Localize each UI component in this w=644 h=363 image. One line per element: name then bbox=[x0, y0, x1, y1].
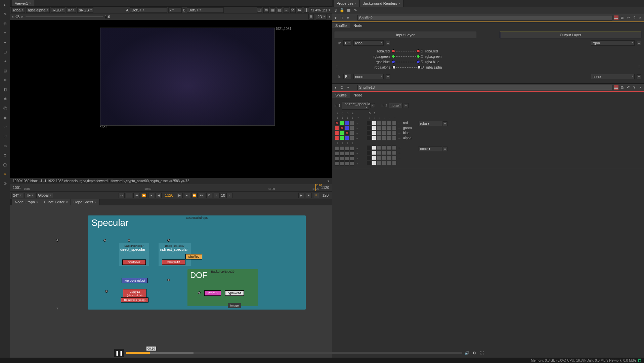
clip-icon[interactable]: ▢ bbox=[257, 7, 262, 13]
node-copy[interactable]: Copy13 (alpha→alpha) bbox=[123, 289, 146, 298]
grid-cell[interactable] bbox=[372, 121, 376, 125]
grid-cell[interactable] bbox=[335, 161, 339, 166]
equals-button[interactable]: = bbox=[443, 121, 447, 126]
grid-cell[interactable] bbox=[350, 161, 354, 166]
target-icon[interactable]: ◎ bbox=[2, 20, 8, 27]
grid-cell[interactable] bbox=[392, 136, 396, 140]
step-fwd-button[interactable]: ▸ bbox=[184, 193, 190, 198]
edit-icon[interactable]: ✎ bbox=[353, 8, 358, 13]
current-frame[interactable]: 1120 bbox=[163, 193, 175, 197]
channel-select-alpha[interactable]: rgba.alpha bbox=[26, 7, 50, 13]
close-icon[interactable]: × bbox=[398, 2, 400, 5]
grid-cell[interactable] bbox=[367, 151, 371, 155]
cache-icon[interactable]: ⬇ bbox=[313, 193, 319, 198]
grid-cell[interactable] bbox=[335, 131, 339, 135]
grid-cell[interactable] bbox=[372, 161, 376, 165]
grid-cell[interactable] bbox=[382, 161, 386, 165]
pen-icon[interactable]: ✎ bbox=[2, 11, 8, 17]
grid-cell[interactable] bbox=[387, 156, 391, 160]
global-select[interactable]: Global bbox=[36, 193, 53, 198]
grid-cell[interactable] bbox=[335, 151, 339, 156]
display-icon[interactable]: ▭ bbox=[263, 7, 269, 13]
grid-cell[interactable] bbox=[382, 121, 386, 125]
io-fwd-button[interactable]: » bbox=[226, 193, 232, 198]
grid-cell[interactable] bbox=[345, 121, 349, 125]
drag-handle[interactable]: ⠿ bbox=[335, 65, 340, 70]
node-dot[interactable] bbox=[103, 239, 106, 242]
lock-icon[interactable]: 🔒 bbox=[339, 8, 345, 13]
close-icon[interactable]: × bbox=[66, 200, 68, 204]
grid-cell[interactable] bbox=[350, 126, 354, 130]
link-icon[interactable]: ⚭ bbox=[345, 85, 350, 90]
grid-cell[interactable] bbox=[367, 131, 371, 135]
grid-cell[interactable]: ✕ bbox=[345, 131, 349, 135]
grid-cell[interactable] bbox=[345, 161, 349, 166]
grid-cell[interactable] bbox=[377, 131, 381, 135]
node-graph[interactable]: assetBackdrop6 Specular BackdropNode7 di… bbox=[10, 205, 332, 363]
ch-connector[interactable] bbox=[396, 51, 416, 51]
grid-cell[interactable] bbox=[377, 126, 381, 130]
chevron-down-icon[interactable]: ▾ bbox=[329, 8, 331, 12]
help-icon[interactable]: ? bbox=[632, 85, 637, 90]
link-icon[interactable]: ⚭ bbox=[345, 15, 350, 20]
in-point-button[interactable]: I bbox=[126, 193, 132, 198]
revert-icon[interactable]: ↶ bbox=[626, 85, 631, 90]
equals-button[interactable]: = bbox=[443, 147, 447, 151]
grid-cell[interactable] bbox=[367, 161, 371, 165]
pause-icon[interactable]: ‖ bbox=[304, 7, 309, 13]
center-icon[interactable]: ⊙ bbox=[339, 85, 344, 90]
menu-icon[interactable]: ⋮ bbox=[351, 15, 356, 20]
ch-dot-blue[interactable] bbox=[392, 60, 395, 64]
grid-cell[interactable] bbox=[345, 146, 349, 151]
ch-connector[interactable] bbox=[396, 62, 416, 62]
close-icon[interactable]: × bbox=[36, 200, 38, 204]
sync-icon[interactable]: ⇆ bbox=[297, 7, 302, 13]
grid-cell[interactable] bbox=[335, 136, 339, 140]
fullscreen-icon[interactable]: ⛶ bbox=[479, 351, 484, 355]
grid-cell[interactable] bbox=[392, 121, 396, 125]
tab-properties[interactable]: Properties × bbox=[334, 0, 360, 7]
close-icon[interactable]: × bbox=[638, 85, 643, 90]
grid-cell[interactable] bbox=[387, 161, 391, 165]
tab-bg-renders[interactable]: Background Renders × bbox=[360, 0, 403, 7]
node-shuffle13[interactable]: Shuffle13 bbox=[162, 259, 185, 265]
node-dot[interactable] bbox=[167, 239, 170, 242]
timeline-ruler[interactable]: 1001 1050 1100 1120 1120 bbox=[24, 184, 318, 191]
out1-select[interactable]: rgba ▾ bbox=[419, 121, 442, 126]
layers-icon[interactable]: ▤ bbox=[2, 67, 8, 74]
grid-cell[interactable] bbox=[367, 121, 371, 125]
input-a-mode[interactable]: - bbox=[168, 7, 182, 13]
equals-button[interactable]: = bbox=[370, 103, 375, 108]
grid-cell[interactable] bbox=[340, 131, 344, 135]
in2-channel-select[interactable]: none bbox=[353, 74, 384, 79]
next-arrow[interactable]: ▸ bbox=[22, 14, 24, 19]
node-shuffle42[interactable]: Shuffle42 bbox=[122, 259, 146, 265]
volume-icon[interactable]: 🔊 bbox=[464, 351, 470, 355]
grid-cell[interactable] bbox=[335, 146, 339, 151]
tab-dope-sheet[interactable]: Dope Sheet × bbox=[71, 199, 99, 205]
subtab-shuffle[interactable]: Shuffle bbox=[332, 23, 350, 28]
channel-select-srgb[interactable]: sRGB bbox=[77, 7, 93, 13]
drag-handle[interactable]: ⠿ bbox=[636, 65, 641, 70]
move-icon[interactable]: ✥ bbox=[2, 77, 8, 83]
folder-icon[interactable]: ▭ bbox=[2, 143, 8, 149]
gear-ghost-icon[interactable]: ⚙ bbox=[2, 152, 8, 159]
grid-cell[interactable] bbox=[372, 156, 376, 160]
skip-start-button[interactable]: ⏮ bbox=[133, 193, 139, 198]
wand-icon[interactable]: ✦ bbox=[2, 58, 8, 65]
grid-cell[interactable] bbox=[392, 156, 396, 160]
grid-cell[interactable] bbox=[372, 146, 376, 150]
in1-select[interactable]: indirect_specular bbox=[342, 101, 369, 110]
node-name-input[interactable]: Shuffle13 bbox=[357, 85, 612, 90]
float-icon[interactable]: ⧉ bbox=[620, 15, 625, 20]
grid-cell[interactable] bbox=[387, 131, 391, 135]
viewer-window[interactable]: 1921,1081 -1,-1 bbox=[10, 20, 332, 178]
skip-end-button[interactable]: ⏭ bbox=[199, 193, 205, 198]
subtab-shuffle[interactable]: Shuffle bbox=[332, 92, 350, 98]
node-pgbokeh[interactable]: pgBokeh4 bbox=[225, 290, 244, 296]
in-channel-select[interactable]: rgba bbox=[353, 40, 384, 46]
grid-cell[interactable] bbox=[350, 151, 354, 156]
subtab-node[interactable]: Node bbox=[350, 92, 366, 98]
close-icon[interactable]: × bbox=[30, 1, 32, 5]
grid-icon[interactable]: ⊞ bbox=[308, 14, 314, 19]
